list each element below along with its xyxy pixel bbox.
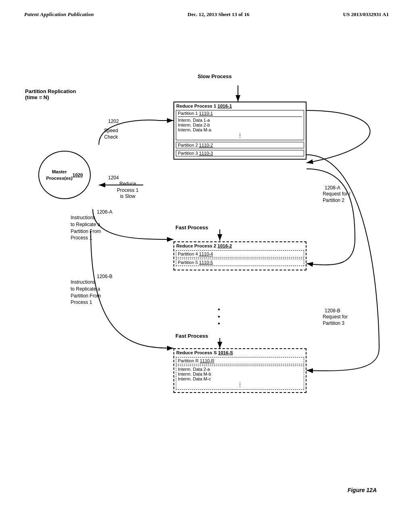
label-1208B: 1208-B [325,308,340,314]
header-center: Dec. 12, 2013 Sheet 13 of 16 [188,11,249,18]
diagram: Partition Replication (time = N) Slow Pr… [0,26,413,517]
partition4-inner: Partition 4 1110-4 [176,250,304,258]
reduce-process-1-box: Reduce Process 1 1016-1 Partition 1 1110… [173,102,307,160]
reduceS-interm2: Interm. Data M-b [178,372,302,376]
instructions-b-label: Instructionsto Replicate aPartition From… [71,279,101,306]
req-partition2-label: Request for /Partition 2 [323,191,350,204]
master-process-oval: MasterProcess(es)1020 [38,151,91,199]
reduce-process-s-box: Reduce Process S 1016-S Partition R 1110… [173,348,307,393]
dots1: ⋮ [178,132,302,139]
header-right: US 2013/0332931 A1 [343,11,389,18]
reduce-process-2-box: Reduce Process 2 1016-2 Partition 4 1110… [173,241,307,270]
reduce2-title: Reduce Process 2 1016-2 [174,242,306,249]
header: Patent Application Publication Dec. 12, … [0,0,413,22]
label-1206B: 1206-B [97,274,113,279]
fast-process-label-1: Fast Process [175,224,208,231]
figure-label: Figure 12A [348,487,377,493]
partition3-inner: Partition 3 1110-3 [176,150,304,156]
interm-data-group: Interm. Data 1-a Interm. Data 2-b Interm… [178,116,302,139]
reduce1-title: Reduce Process 1 1016-1 [174,102,306,109]
slow-process-label: Slow Process [198,73,232,79]
interm3: Interm. Data M-a [178,127,302,132]
fast-process-label-2: Fast Process [175,333,208,339]
reduceS-interm1: Interm. Data 2-a [178,367,302,372]
partition-replication-label: Partition Replication (time = N) [25,88,76,100]
partition1-inner: Partition 1 1110-1 Interm. Data 1-a Inte… [176,110,304,140]
page: Patent Application Publication Dec. 12, … [0,0,413,532]
header-left: Patent Application Publication [24,11,94,18]
reduceS-title: Reduce Process S 1016-S [174,349,306,356]
partition5-inner: Partition 5 1110-5 [176,259,304,266]
interm2: Interm. Data 2-b [178,123,302,127]
speed-check-label: SpeedCheck [104,128,118,140]
label-1202: 1202 [108,118,119,124]
ellipsis-dots: ••• [218,306,220,327]
reduceS-interm-group: Interm. Data 2-a Interm. Data M-b Interm… [176,366,304,390]
dotsS: ⋮ [178,381,302,389]
label-1204: 1204 [108,175,119,181]
label-1206A: 1206-A [97,209,113,215]
label-1208A: 1208-A [325,185,340,191]
reduce1-slow-label: ReduceProcess 1is Slow [117,181,138,200]
partitionR-inner: Partition R 1110-R [176,357,304,364]
partition2-inner: Partition 2 1110-2 [176,142,304,148]
interm1: Interm. Data 1-a [178,118,302,123]
reduceS-interm3: Interm. Data M-c [178,376,302,381]
instructions-a-label: Instructionsto Replicate aPartition From… [71,214,101,241]
req-partition3-label: Request forPartition 3 [323,314,348,326]
